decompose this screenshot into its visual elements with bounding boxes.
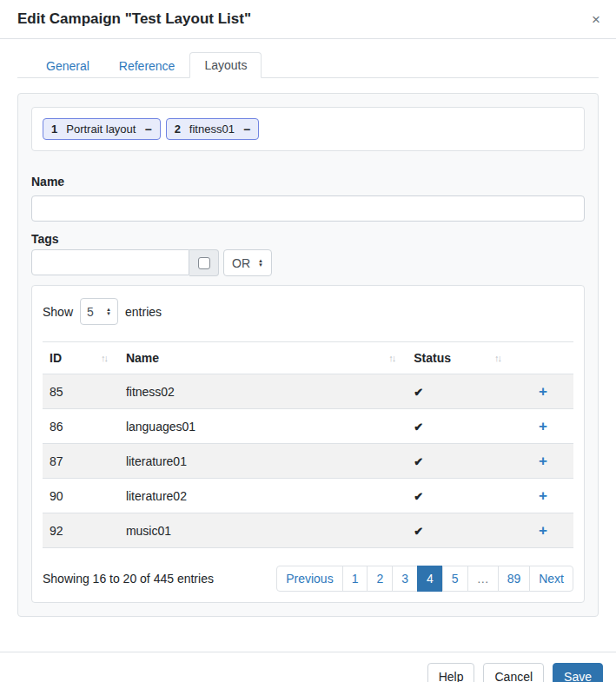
cell-id: 90 bbox=[43, 479, 119, 513]
layouts-table-panel: Show 5 ▲▼ entries ID ↑↓ bbox=[31, 285, 585, 603]
cell-id: 85 bbox=[43, 374, 119, 409]
show-label: Show bbox=[43, 305, 73, 319]
save-button[interactable]: Save bbox=[553, 663, 603, 682]
add-layout-icon[interactable]: + bbox=[539, 419, 547, 434]
tab-layouts[interactable]: Layouts bbox=[189, 52, 262, 78]
check-icon: ✔ bbox=[414, 420, 423, 434]
tab-general[interactable]: General bbox=[31, 52, 104, 78]
cell-name: literature01 bbox=[119, 444, 407, 479]
remove-layout-icon[interactable]: − bbox=[144, 123, 151, 136]
chip-order: 2 bbox=[175, 122, 181, 136]
pagination: Previous12345…89Next bbox=[276, 566, 573, 592]
cell-action: + bbox=[513, 409, 573, 444]
cell-name: music01 bbox=[119, 513, 407, 548]
add-layout-icon[interactable]: + bbox=[539, 454, 547, 468]
cell-id: 92 bbox=[43, 513, 119, 548]
page-4[interactable]: 4 bbox=[417, 566, 443, 592]
tags-addon bbox=[189, 249, 219, 276]
table-header-row: ID ↑↓ Name ↑↓ bbox=[43, 342, 573, 374]
cell-action: + bbox=[513, 513, 573, 548]
column-header-status[interactable]: Status ↑↓ bbox=[407, 342, 513, 374]
select-arrows-icon: ▲▼ bbox=[258, 259, 263, 268]
cell-status: ✔ bbox=[407, 409, 513, 444]
modal-body: GeneralReferenceLayouts 1Portrait layout… bbox=[0, 52, 616, 617]
add-layout-icon[interactable]: + bbox=[539, 523, 547, 538]
table-row: 86languages01✔+ bbox=[43, 409, 573, 444]
tab-bar: GeneralReferenceLayouts bbox=[17, 52, 599, 78]
cell-name: languages01 bbox=[119, 409, 407, 444]
remove-layout-icon[interactable]: − bbox=[243, 123, 250, 136]
tags-label: Tags bbox=[31, 232, 585, 246]
page-2[interactable]: 2 bbox=[367, 566, 393, 592]
page-…: … bbox=[467, 566, 499, 592]
page-previous[interactable]: Previous bbox=[276, 566, 342, 592]
chip-order: 1 bbox=[51, 122, 57, 136]
modal-header: Edit Campaign "Test Layout List" × bbox=[0, 0, 616, 39]
table-footer: Showing 16 to 20 of 445 entries Previous… bbox=[43, 566, 573, 592]
modal-footer: Help Cancel Save bbox=[0, 652, 616, 682]
sort-icon: ↑↓ bbox=[388, 353, 400, 363]
table-row: 90literature02✔+ bbox=[43, 479, 573, 513]
cell-status: ✔ bbox=[407, 444, 513, 479]
cell-status: ✔ bbox=[407, 374, 513, 409]
check-icon: ✔ bbox=[414, 455, 423, 468]
table-row: 92music01✔+ bbox=[43, 513, 573, 548]
sort-icon: ↑↓ bbox=[101, 353, 112, 363]
cell-status: ✔ bbox=[407, 479, 513, 513]
cell-status: ✔ bbox=[407, 513, 513, 548]
page-length-value: 5 bbox=[87, 305, 94, 319]
cell-name: literature02 bbox=[119, 479, 407, 513]
entries-label: entries bbox=[125, 305, 162, 319]
name-input[interactable] bbox=[31, 195, 585, 222]
layouts-tab-panel: 1Portrait layout−2fitness01− Name Tags O… bbox=[17, 93, 599, 617]
name-label: Name bbox=[31, 175, 585, 189]
select-arrows-icon: ▲▼ bbox=[106, 308, 111, 316]
column-header-name[interactable]: Name ↑↓ bbox=[119, 342, 407, 374]
cell-action: + bbox=[513, 444, 573, 479]
table-row: 85fitness02✔+ bbox=[43, 374, 573, 409]
tags-input[interactable] bbox=[31, 249, 189, 275]
chip-label: Portrait layout bbox=[66, 122, 136, 136]
tags-filter-group: OR ▲▼ bbox=[31, 249, 585, 276]
cell-id: 86 bbox=[43, 409, 119, 444]
help-button[interactable]: Help bbox=[427, 663, 475, 682]
check-icon: ✔ bbox=[414, 525, 423, 538]
cell-action: + bbox=[513, 374, 573, 409]
modal-title: Edit Campaign "Test Layout List" bbox=[17, 10, 251, 28]
layout-chip[interactable]: 2fitness01− bbox=[166, 118, 259, 140]
layouts-table: ID ↑↓ Name ↑↓ bbox=[43, 341, 573, 548]
edit-campaign-modal: Edit Campaign "Test Layout List" × Gener… bbox=[0, 0, 616, 682]
table-row: 87literature01✔+ bbox=[43, 444, 573, 479]
tags-checkbox[interactable] bbox=[198, 257, 210, 269]
column-header-id[interactable]: ID ↑↓ bbox=[43, 342, 119, 374]
table-info: Showing 16 to 20 of 445 entries bbox=[43, 572, 214, 586]
cancel-button[interactable]: Cancel bbox=[483, 663, 544, 682]
tab-reference[interactable]: Reference bbox=[104, 52, 190, 78]
selected-layouts-panel: 1Portrait layout−2fitness01− bbox=[31, 107, 585, 151]
page-1[interactable]: 1 bbox=[342, 566, 368, 592]
layout-chip[interactable]: 1Portrait layout− bbox=[43, 118, 161, 140]
check-icon: ✔ bbox=[414, 490, 423, 503]
page-89[interactable]: 89 bbox=[498, 566, 531, 592]
chip-label: fitness01 bbox=[189, 122, 235, 136]
page-length-select[interactable]: 5 ▲▼ bbox=[80, 298, 118, 325]
add-layout-icon[interactable]: + bbox=[539, 384, 547, 399]
sort-icon: ↑↓ bbox=[494, 353, 506, 363]
cell-id: 87 bbox=[43, 444, 119, 479]
cell-name: fitness02 bbox=[119, 374, 407, 409]
close-icon[interactable]: × bbox=[588, 9, 604, 30]
page-length-control: Show 5 ▲▼ entries bbox=[43, 296, 573, 327]
page-5[interactable]: 5 bbox=[442, 566, 468, 592]
page-3[interactable]: 3 bbox=[392, 566, 418, 592]
add-layout-icon[interactable]: + bbox=[539, 488, 547, 503]
tags-operator-value: OR bbox=[232, 256, 250, 270]
cell-action: + bbox=[513, 479, 573, 513]
check-icon: ✔ bbox=[414, 386, 423, 399]
page-next[interactable]: Next bbox=[529, 566, 573, 592]
tags-operator-select[interactable]: OR ▲▼ bbox=[223, 249, 272, 276]
column-header-action bbox=[513, 342, 573, 374]
